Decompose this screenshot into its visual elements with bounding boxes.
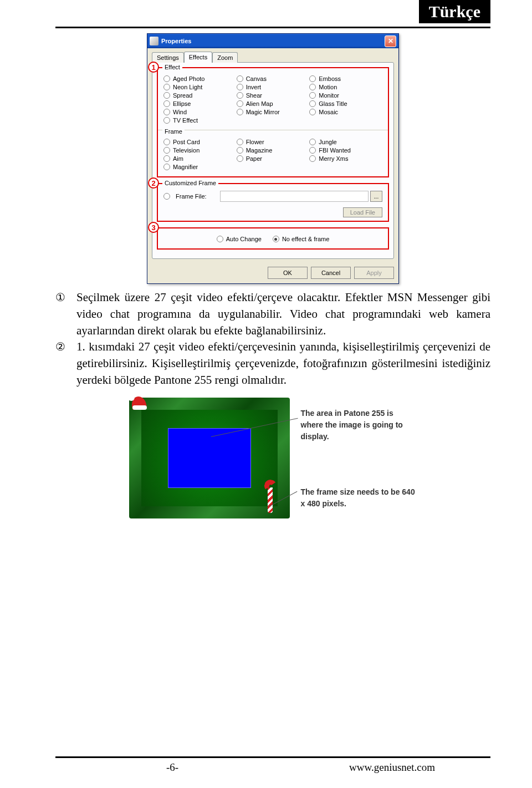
frame-file-label: Frame File:	[176, 193, 220, 200]
frame-legend: Frame	[162, 128, 185, 135]
radio-emboss[interactable]	[309, 75, 316, 82]
radio-jungle[interactable]	[309, 139, 316, 145]
radio-monitor[interactable]	[309, 92, 316, 99]
radio-flower[interactable]	[237, 139, 243, 145]
tab-settings[interactable]: Settings	[152, 52, 184, 63]
santa-hat-icon	[129, 396, 151, 421]
radio-no-effect[interactable]	[273, 236, 279, 242]
footer-url: www.geniusnet.com	[349, 761, 435, 774]
customized-legend: Customized Frame	[162, 180, 218, 186]
footer-rule	[55, 756, 490, 758]
marker-two: 2	[148, 177, 159, 189]
radio-alien-map[interactable]	[237, 100, 243, 107]
callout-area: The area in Patone 255 is where the imag…	[301, 408, 417, 443]
effect-frame-group: 1 Effect Aged Photo Neon Light Spread El…	[157, 67, 389, 177]
properties-window: Properties ✕ Settings Effects Zoom 1 Eff…	[147, 33, 399, 284]
bullet-one: ①	[55, 289, 76, 339]
frame-figure: The area in Patone 255 is where the imag…	[55, 398, 490, 542]
tab-panel: 1 Effect Aged Photo Neon Light Spread El…	[152, 62, 394, 259]
effect-legend: Effect	[162, 64, 182, 70]
radio-aim[interactable]	[163, 155, 170, 162]
header-rule	[55, 27, 490, 28]
radio-motion[interactable]	[309, 84, 316, 90]
page-number: -6-	[166, 761, 178, 774]
window-titlebar: Properties ✕	[147, 34, 398, 48]
cancel-button[interactable]: Cancel	[311, 267, 351, 279]
radio-spread[interactable]	[163, 92, 170, 99]
paragraph-one: Seçilmek üzere 27 çeşit video efekti/çer…	[76, 289, 490, 339]
load-file-button[interactable]: Load File	[343, 207, 382, 217]
page-header: Türkçe	[55, 0, 490, 31]
effect-options: Aged Photo Neon Light Spread Ellipse Win…	[163, 74, 382, 125]
marker-one: 1	[148, 62, 159, 73]
callout-size: The frame size needs to be 640 x 480 pix…	[301, 486, 417, 510]
radio-glass-title[interactable]	[309, 100, 316, 107]
radio-wind[interactable]	[163, 109, 170, 115]
frame-options: Post Card Television Aim Magnifier Flowe…	[163, 137, 382, 172]
bullet-two: ②	[55, 339, 76, 388]
radio-tv-effect[interactable]	[163, 117, 170, 124]
radio-canvas[interactable]	[237, 75, 243, 82]
radio-magic-mirror[interactable]	[237, 109, 243, 115]
radio-magnifier[interactable]	[163, 164, 170, 170]
frame-file-input[interactable]	[220, 191, 369, 202]
radio-mosaic[interactable]	[309, 109, 316, 115]
candy-cane-icon	[264, 480, 274, 513]
radio-post-card[interactable]	[163, 139, 170, 145]
radio-merry-xms[interactable]	[309, 155, 316, 162]
tab-strip: Settings Effects Zoom	[152, 52, 394, 62]
body-text: ① Seçilmek üzere 27 çeşit video efekti/ç…	[55, 289, 490, 389]
radio-shear[interactable]	[237, 92, 243, 99]
radio-magazine[interactable]	[237, 147, 243, 154]
pantone-255-area	[168, 428, 251, 488]
browse-button[interactable]: ...	[370, 191, 382, 202]
radio-television[interactable]	[163, 147, 170, 154]
christmas-frame	[129, 398, 290, 518]
close-icon: ✕	[388, 37, 393, 45]
tab-zoom[interactable]: Zoom	[212, 52, 238, 63]
page-footer: -6- www.geniusnet.com	[55, 756, 490, 774]
close-button[interactable]: ✕	[385, 35, 396, 47]
customized-frame-group: 2 Customized Frame Frame File: ... Load …	[157, 183, 389, 222]
window-title: Properties	[161, 38, 385, 44]
radio-invert[interactable]	[237, 84, 243, 90]
apply-button[interactable]: Apply	[354, 267, 394, 279]
paragraph-two: 1. kısımdaki 27 çeşit video efekti/çerçe…	[76, 339, 490, 388]
language-label: Türkçe	[419, 0, 490, 23]
window-icon	[150, 37, 158, 45]
dialog-buttons: OK Cancel Apply	[147, 263, 398, 283]
radio-neon-light[interactable]	[163, 84, 170, 90]
radio-ellipse[interactable]	[163, 100, 170, 107]
radio-auto-change[interactable]	[217, 236, 223, 242]
ok-button[interactable]: OK	[268, 267, 308, 279]
tab-effects[interactable]: Effects	[184, 52, 212, 63]
marker-three: 3	[148, 222, 159, 233]
bottom-group: 3 Auto Change No effect & frame	[157, 227, 389, 250]
radio-fbi-wanted[interactable]	[309, 147, 316, 154]
frame-inner	[141, 410, 278, 506]
radio-frame-file[interactable]	[163, 193, 170, 200]
radio-paper[interactable]	[237, 155, 243, 162]
radio-aged-photo[interactable]	[163, 75, 170, 82]
